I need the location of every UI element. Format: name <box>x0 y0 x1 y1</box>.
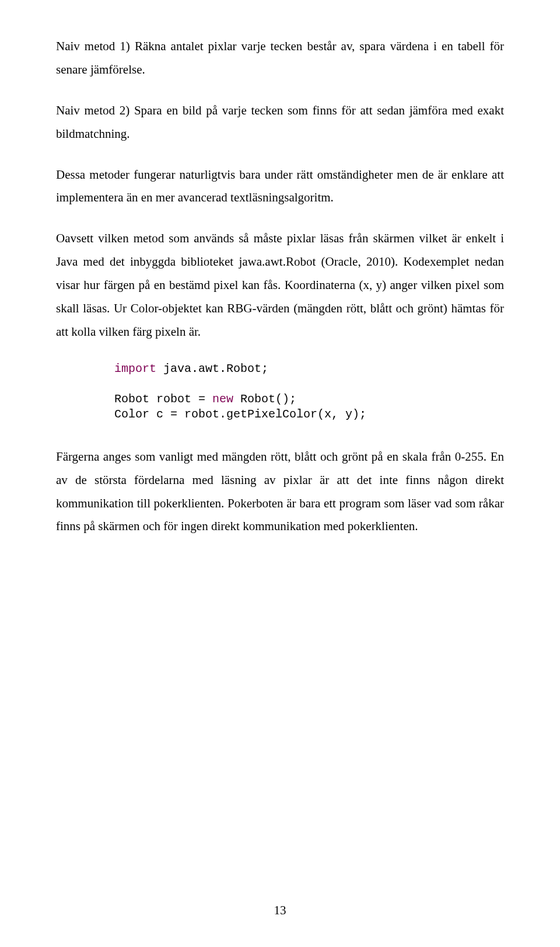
code-keyword-import: import <box>114 362 156 375</box>
paragraph-5: Färgerna anges som vanligt med mängden r… <box>56 445 504 539</box>
code-text: java.awt.Robot; <box>156 362 268 375</box>
page-number: 13 <box>0 903 560 918</box>
paragraph-1: Naiv metod 1) Räkna antalet pixlar varje… <box>56 35 504 82</box>
code-block: import java.awt.Robot; Robot robot = new… <box>114 361 504 422</box>
paragraph-3: Dessa metoder fungerar naturligtvis bara… <box>56 163 504 210</box>
code-text: Color c = robot.getPixelColor(x, y); <box>114 408 366 421</box>
paragraph-4: Oavsett vilken metod som används så måst… <box>56 227 504 343</box>
document-page: Naiv metod 1) Räkna antalet pixlar varje… <box>0 0 560 947</box>
code-text: Robot robot = <box>114 392 212 406</box>
code-keyword-new: new <box>212 392 233 406</box>
paragraph-2: Naiv metod 2) Spara en bild på varje tec… <box>56 99 504 146</box>
code-text: Robot(); <box>233 392 296 406</box>
